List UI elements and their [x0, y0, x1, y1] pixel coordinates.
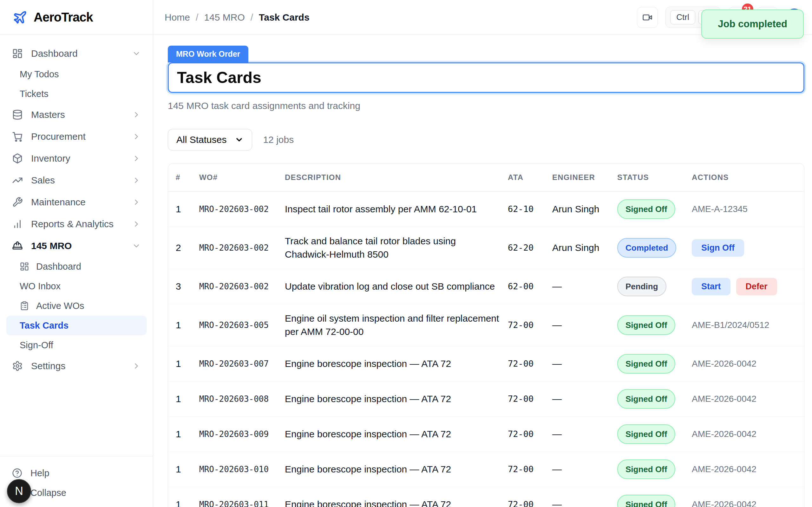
sidebar-item-label: Inventory	[31, 153, 70, 164]
sidebar-item-dashboard[interactable]: Dashboard	[6, 43, 147, 64]
actions-wrap: AME-B1/2024/0512	[692, 319, 797, 332]
sidebar-nav: Dashboard My Todos Tickets Masters Procu…	[0, 35, 153, 456]
dev-tools-badge[interactable]: N	[7, 479, 31, 503]
status-badge: Signed Off	[617, 199, 675, 219]
sidebar-item-procurement[interactable]: Procurement	[6, 125, 147, 147]
sidebar-item-my-todos[interactable]: My Todos	[6, 64, 147, 84]
sidebar-item-reports-analytics[interactable]: Reports & Analytics	[6, 213, 147, 235]
breadcrumb-145-mro[interactable]: 145 MRO	[204, 12, 245, 23]
col-description: DESCRIPTION	[282, 164, 505, 191]
ata-cell: 62-20	[505, 233, 549, 262]
sidebar-item-label: Procurement	[31, 131, 86, 142]
sidebar-item-settings[interactable]: Settings	[6, 355, 147, 377]
actions-wrap: AME-2026-0042	[692, 392, 797, 406]
col-num: #	[172, 164, 196, 191]
gear-icon	[12, 360, 23, 372]
sidebar-item-masters[interactable]: Masters	[6, 104, 147, 125]
status-badge: Signed Off	[617, 424, 675, 444]
breadcrumb-home[interactable]: Home	[165, 12, 190, 23]
page-subtitle: 145 MRO task card assignments and tracki…	[168, 101, 804, 111]
ata-cell: 62-10	[505, 195, 549, 223]
sidebar-item-wo-inbox[interactable]: WO Inbox	[6, 276, 147, 296]
sidebar-item-active-wos[interactable]: Active WOs	[6, 296, 147, 316]
chevron-down-icon	[235, 135, 244, 144]
sidebar-item-maintenance[interactable]: Maintenance	[6, 191, 147, 213]
table-row: 1MRO-202603-010Engine borescope inspecti…	[168, 452, 804, 487]
brand-name: AeroTrack	[34, 10, 93, 24]
breadcrumb-current: Task Cards	[259, 12, 310, 23]
sidebar-item-label: 145 MRO	[31, 240, 72, 251]
dashboard-grid-icon	[20, 262, 29, 271]
engineer-cell: —	[549, 311, 614, 339]
ctrl-key: Ctrl	[670, 10, 695, 24]
toast-notification: Job completed	[701, 9, 804, 39]
chevron-down-icon	[132, 241, 141, 250]
sidebar-item-sales[interactable]: Sales	[6, 169, 147, 191]
row-number-cell: 1	[172, 311, 196, 339]
sidebar-item-label: Dashboard	[31, 48, 78, 59]
sign-off-button[interactable]: Sign Off	[692, 239, 744, 257]
ata-cell: 62-00	[505, 272, 549, 301]
filter-row: All Statuses 12 jobs	[168, 129, 804, 151]
col-ata: ATA	[505, 164, 549, 191]
task-cards-table: # WO# DESCRIPTION ATA ENGINEER STATUS AC…	[168, 163, 804, 507]
table-body: 1MRO-202603-002Inspect tail rotor assemb…	[168, 192, 804, 507]
description-cell: Engine borescope inspection — ATA 72	[282, 455, 505, 484]
actions-cell: AME-2026-0042	[689, 349, 800, 378]
sidebar-item-mro-dashboard[interactable]: Dashboard	[6, 257, 147, 276]
jobs-count: 12 jobs	[263, 134, 294, 145]
defer-button[interactable]: Defer	[736, 278, 777, 295]
sidebar-item-label: Task Cards	[20, 320, 68, 331]
breadcrumb: Home / 145 MRO / Task Cards	[165, 12, 310, 23]
sidebar-item-tickets[interactable]: Tickets	[6, 84, 147, 104]
status-cell: Signed Off	[614, 452, 689, 487]
sidebar-item-sign-off[interactable]: Sign-Off	[6, 335, 147, 355]
package-icon	[12, 153, 23, 164]
status-badge: Signed Off	[617, 315, 675, 335]
shopping-cart-icon	[12, 131, 23, 142]
table-row: 1MRO-202603-007Engine borescope inspecti…	[168, 346, 804, 382]
table-row: 2MRO-202603-002Track and balance tail ro…	[168, 227, 804, 269]
row-number-cell: 1	[172, 490, 196, 507]
wo-number-cell: MRO-202603-011	[196, 490, 282, 507]
video-button[interactable]	[637, 7, 658, 28]
actions-wrap: AME-2026-0042	[692, 498, 797, 507]
cert-reference: AME-B1/2024/0512	[692, 319, 769, 332]
ata-cell: 72-00	[505, 455, 549, 484]
actions-cell: StartDefer	[689, 270, 800, 303]
description-cell: Engine borescope inspection — ATA 72	[282, 349, 505, 378]
status-cell: Signed Off	[614, 192, 689, 227]
status-cell: Signed Off	[614, 417, 689, 452]
chevron-right-icon	[132, 220, 141, 228]
bar-chart-icon	[12, 219, 23, 229]
actions-cell: AME-B1/2024/0512	[689, 311, 800, 339]
plane-icon	[13, 10, 27, 25]
wo-number-cell: MRO-202603-008	[196, 385, 282, 413]
wo-number-cell: MRO-202603-002	[196, 195, 282, 223]
status-badge: Signed Off	[617, 389, 675, 409]
sidebar-item-task-cards[interactable]: Task Cards	[6, 316, 147, 335]
engineer-cell: Arun Singh	[549, 233, 614, 262]
status-filter-select[interactable]: All Statuses	[168, 129, 252, 151]
chevron-right-icon	[132, 176, 141, 185]
engineer-cell: —	[549, 272, 614, 301]
sidebar-item-label: Maintenance	[31, 197, 86, 208]
engineer-cell: —	[549, 455, 614, 484]
chevron-right-icon	[132, 154, 141, 163]
main-area: Home / 145 MRO / Task Cards Ctrl K 21	[153, 0, 812, 507]
help-button[interactable]: Help	[6, 463, 147, 483]
wo-number-cell: MRO-202603-002	[196, 233, 282, 262]
start-button[interactable]: Start	[692, 278, 730, 295]
status-badge: Signed Off	[617, 354, 675, 374]
engineer-cell: Arun Singh	[549, 195, 614, 223]
page-title-input[interactable]: Task Cards	[168, 62, 804, 93]
cert-reference: AME-2026-0042	[692, 357, 757, 371]
actions-cell: AME-2026-0042	[689, 385, 800, 413]
status-badge: Completed	[617, 238, 676, 258]
sidebar-item-label: Dashboard	[36, 262, 81, 272]
collapse-label: Collapse	[31, 488, 66, 498]
actions-cell: AME-A-12345	[689, 195, 800, 223]
sidebar-item-inventory[interactable]: Inventory	[6, 147, 147, 169]
sidebar-item-label: Settings	[31, 360, 65, 372]
sidebar-item-145-mro[interactable]: 145 MRO	[6, 235, 147, 257]
